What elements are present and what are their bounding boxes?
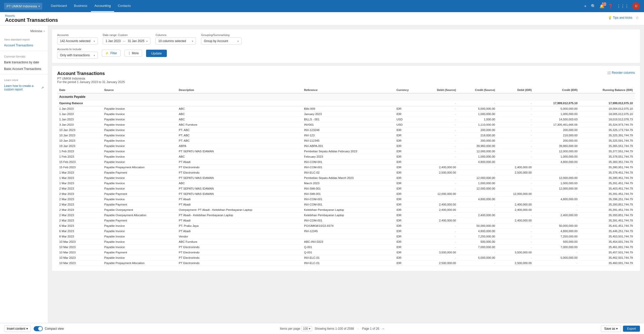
date-caret-icon: ▾	[146, 40, 148, 43]
col-currency: Currency	[394, 87, 421, 93]
update-button[interactable]: Update	[146, 50, 167, 57]
sidebar-item-basic-transactions[interactable]: Basic Account Transactions	[0, 66, 48, 72]
sidebar-item-account-transactions[interactable]: Account Transactions	[0, 42, 48, 49]
table-row: 1 Jan 2023Payable InvoiceABCJanuary 2023…	[57, 112, 635, 117]
include-filter-group: Accounts to include Only with transactio…	[57, 48, 98, 59]
learn-custom-report-link[interactable]: Learn how to create a custom report ↗	[0, 83, 48, 93]
columns-select[interactable]: 10 columns selected ▾	[155, 38, 196, 45]
nav-accounting[interactable]: Accounting	[91, 0, 114, 12]
table-row: 8 Mar 2023Payable InvoiceVendorIDR-7,250…	[57, 234, 635, 239]
common-formats-label: Common formats	[0, 53, 48, 59]
per-page-caret-icon: ▾	[309, 327, 310, 330]
nav-links: Dashboard Business Accounting Contacts	[47, 0, 134, 12]
table-row: 1 Jan 2023Payable InvoiceABCBills 009IDR…	[57, 106, 635, 112]
table-row: 1 Feb 2023Payable InvoiceABCFebruary 202…	[57, 154, 635, 159]
showing-label: Showing items 1-100 of 2588	[315, 327, 354, 330]
accounts-select[interactable]: 142 Accounts selected ▾	[57, 38, 98, 45]
save-as-button[interactable]: Save as ▾	[601, 325, 621, 332]
org-selector[interactable]: PT UMKM Indonesia ▾	[4, 3, 42, 10]
date-range-select[interactable]: 1 Jan 2023 — 31 Jan 2025 ▾	[103, 38, 150, 45]
col-source: Source	[102, 87, 177, 93]
table-row: 2 Mar 2023Payable OverpaymentOverpayment…	[57, 207, 635, 213]
insert-content-button[interactable]: Insert content ▾	[4, 325, 31, 332]
plus-icon[interactable]: ＋	[583, 4, 587, 9]
tips-link[interactable]: 💡 Tips and tricks	[608, 16, 632, 20]
more-dots-icon: ⋮	[128, 51, 131, 55]
report-top: Account Transactions PT UMKM Indonesia F…	[57, 71, 635, 84]
nav-business[interactable]: Business	[70, 0, 91, 12]
breadcrumb[interactable]: Reports	[5, 14, 58, 17]
table-row: 6 Mar 2023Payable InvoicePT. Prabu JayaP…	[57, 223, 635, 229]
sidebar-item-bank-transactions[interactable]: Bank transactions by date	[0, 59, 48, 66]
chevron-left-icon: ‹	[44, 29, 45, 33]
export-button[interactable]: Export	[623, 326, 640, 332]
table-row: 19 Jan 2023Payable InvoiceABPAINV-ABPA-0…	[57, 143, 635, 149]
grouping-label: Grouping/Summarising	[201, 33, 242, 36]
columns-label: Columns	[155, 33, 196, 36]
filter-icon: ⚡	[105, 51, 109, 55]
report-company: PT UMKM Indonesia	[57, 77, 125, 80]
report-title: Account Transactions	[57, 71, 125, 76]
sidebar-minimize-btn[interactable]: Minimise ‹	[0, 28, 48, 35]
report-table: Date Source Description Reference Curren…	[57, 87, 635, 266]
table-row: 10 Mar 2023Payable InvoicePT Electronind…	[57, 245, 635, 250]
reorder-icon: ⬜	[607, 71, 611, 75]
table-row: 2 Mar 2023Payable PaymentPT AbadiINV-COM…	[57, 202, 635, 207]
include-label: Accounts to include	[57, 48, 98, 51]
table-row: 2 Mar 2023Payable PaymentPT SEPATU MAS I…	[57, 191, 635, 197]
table-row: 1 Mar 2023Payable PaymentPT Electronindo…	[57, 170, 635, 175]
table-row: 10 Mar 2023Payable InvoiceABC FurnitureA…	[57, 239, 635, 245]
include-select[interactable]: Only with transactions ▾	[57, 52, 98, 59]
table-row: 10 Jan 2023Payable InvoicePT. ABCINV-123…	[57, 133, 635, 138]
more-button[interactable]: ⋮ More	[125, 50, 142, 57]
accounts-filter-group: Accounts 142 Accounts selected ▾	[57, 33, 98, 45]
table-row: 2 Mar 2023Payable Overpayment Allocation…	[57, 213, 635, 218]
compact-toggle-switch[interactable]	[34, 326, 43, 331]
table-row: 2 Mar 2023Payable InvoicePT SEPATU MAS I…	[57, 186, 635, 191]
grouping-caret-icon: ▾	[237, 40, 239, 43]
org-name-label: PT UMKM Indonesia	[7, 4, 37, 8]
help-icon[interactable]: ❓	[608, 4, 613, 9]
save-caret-icon: ▾	[616, 327, 618, 330]
external-link-icon: ↗	[41, 86, 44, 89]
nav-contacts[interactable]: Contacts	[114, 0, 134, 12]
notification-icon[interactable]: 🔔 10	[599, 4, 605, 9]
xero-standard-label: Xero standard report	[0, 35, 48, 42]
date-range-label: Date range: Custom	[103, 33, 150, 36]
grouping-select[interactable]: Group by Account ▾	[201, 38, 242, 45]
favorite-icon[interactable]: ☆	[635, 15, 639, 20]
per-page-select[interactable]: 100 ▾	[301, 326, 312, 331]
table-row: 1 Jan 2023Payable InvoiceABCBILLS - 001U…	[57, 117, 635, 122]
next-page-arrow[interactable]: →	[381, 327, 385, 331]
org-caret-icon: ▾	[38, 5, 40, 8]
nav-dashboard[interactable]: Dashboard	[47, 0, 71, 12]
filter-button[interactable]: ⚡ Filter	[102, 50, 120, 57]
table-row: 10 Mar 2023Payable InvoicePT Electronind…	[57, 255, 635, 261]
notification-badge: 10	[602, 2, 606, 6]
col-description: Description	[177, 87, 302, 93]
user-avatar[interactable]: U	[632, 2, 640, 10]
include-caret-icon: ▾	[94, 54, 95, 57]
report-period: For the period 1 January 2023 to 31 Janu…	[57, 80, 125, 84]
grouping-filter-group: Grouping/Summarising Group by Account ▾	[201, 33, 242, 45]
col-date: Date	[57, 87, 102, 93]
compact-view-toggle[interactable]: Compact view	[34, 326, 64, 331]
date-range-filter-group: Date range: Custom 1 Jan 2023 — 31 Jan 2…	[103, 33, 150, 45]
learn-more-label: Learn more	[0, 77, 48, 83]
col-credit-idr: Credit (IDR)	[534, 87, 579, 93]
accounts-caret-icon: ▾	[94, 40, 95, 43]
col-running-balance: Running Balance (IDR)	[579, 87, 635, 93]
col-debit-idr: Debit (IDR)	[497, 87, 534, 93]
footer: Insert content ▾ Compact view Items per …	[0, 323, 644, 334]
prev-page-arrow[interactable]: ←	[356, 327, 360, 331]
top-nav: PT UMKM Indonesia ▾ Dashboard Business A…	[0, 0, 644, 12]
report-area: Account Transactions PT UMKM Indonesia F…	[52, 66, 640, 271]
pagination: ← Page 1 of 26 →	[356, 327, 385, 331]
apps-icon[interactable]: ⋮⋮⋮	[617, 4, 629, 9]
col-credit-source: Credit (Source)	[458, 87, 497, 93]
right-icons: ＋ 🔍 🔔 10 ❓ ⋮⋮⋮ U	[583, 2, 640, 10]
search-icon[interactable]: 🔍	[591, 4, 596, 9]
table-row: 1 Mar 2023Payable InvoicePT SEPATU MAS I…	[57, 175, 635, 181]
reorder-columns-link[interactable]: ⬜ Reorder columns	[607, 71, 635, 75]
opening-balance-row: Opening Balance---17,999,012,075.1017,99…	[57, 100, 635, 106]
